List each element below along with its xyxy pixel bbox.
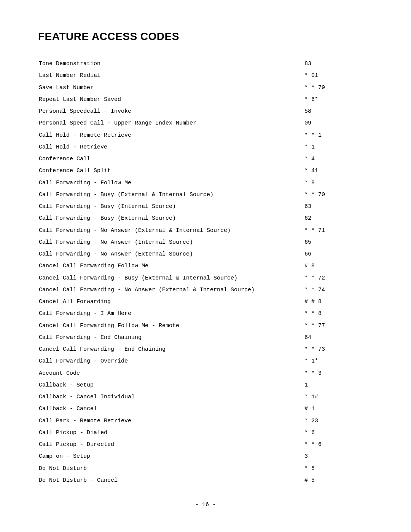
- feature-label: Cancel All Forwarding: [38, 296, 289, 308]
- page-title: FEATURE ACCESS CODES: [38, 30, 373, 43]
- feature-code: * * 74: [289, 284, 373, 296]
- table-row: Cancel Call Forwarding - No Answer (Exte…: [38, 284, 373, 296]
- feature-code: # 5: [289, 474, 373, 486]
- feature-code: # # 8: [289, 296, 373, 308]
- feature-label: Call Forwarding - Follow Me: [38, 177, 289, 189]
- table-row: Call Pickup - Directed* * 6: [38, 439, 373, 451]
- feature-code: * * 72: [289, 272, 373, 284]
- feature-label: Tone Demonstration: [38, 58, 289, 70]
- feature-label: Call Hold - Remote Retrieve: [38, 129, 289, 141]
- feature-label: Cancel Call Forwarding Follow Me - Remot…: [38, 320, 289, 332]
- feature-code: * * 77: [289, 320, 373, 332]
- feature-code: * 8: [289, 177, 373, 189]
- feature-label: Last Number Redial: [38, 70, 289, 81]
- feature-code: * 1*: [289, 355, 373, 367]
- feature-label: Cancel Call Forwarding Follow Me: [38, 260, 289, 272]
- table-row: Tone Demonstration83: [38, 58, 373, 70]
- table-row: Do Not Disturb* 5: [38, 463, 373, 474]
- feature-label: Account Code: [38, 367, 289, 379]
- table-row: Call Hold - Retrieve* 1: [38, 141, 373, 153]
- table-row: Cancel All Forwarding# # 8: [38, 296, 373, 308]
- table-row: Call Forwarding - No Answer (Internal So…: [38, 236, 373, 248]
- feature-code: * 4: [289, 153, 373, 165]
- feature-code: * * 70: [289, 189, 373, 201]
- table-row: Call Forwarding - Follow Me* 8: [38, 177, 373, 189]
- table-row: Call Hold - Remote Retrieve* * 1: [38, 129, 373, 141]
- table-row: Call Forwarding - Override* 1*: [38, 355, 373, 367]
- feature-code: * * 73: [289, 343, 373, 355]
- table-row: Callback - Setup1: [38, 379, 373, 391]
- table-row: Call Forwarding - End Chaining64: [38, 332, 373, 343]
- table-row: Call Forwarding - Busy (Internal Source)…: [38, 201, 373, 212]
- feature-label: Call Forwarding - Busy (External Source): [38, 212, 289, 224]
- table-row: Cancel Call Forwarding Follow Me# 8: [38, 260, 373, 272]
- feature-label: Conference Call Split: [38, 165, 289, 177]
- table-row: Call Forwarding - No Answer (External & …: [38, 225, 373, 236]
- table-row: Cancel Call Forwarding - End Chaining* *…: [38, 343, 373, 355]
- table-row: Callback - Cancel# 1: [38, 403, 373, 415]
- feature-code: * * 8: [289, 308, 373, 320]
- feature-code: * 23: [289, 415, 373, 427]
- feature-code: * 6: [289, 427, 373, 439]
- feature-label: Call Forwarding - Override: [38, 355, 289, 367]
- feature-code: 64: [289, 332, 373, 343]
- feature-code: * 6*: [289, 94, 373, 105]
- feature-code: 65: [289, 236, 373, 248]
- feature-label: Call Forwarding - End Chaining: [38, 332, 289, 343]
- feature-code: 3: [289, 451, 373, 462]
- feature-code: * 01: [289, 70, 373, 81]
- feature-label: Do Not Disturb: [38, 463, 289, 474]
- table-row: Personal Speed Call - Upper Range Index …: [38, 117, 373, 129]
- feature-code: * * 79: [289, 82, 373, 94]
- table-row: Call Forwarding - I Am Here* * 8: [38, 308, 373, 320]
- feature-label: Call Forwarding - Busy (Internal Source): [38, 201, 289, 212]
- feature-code: * 41: [289, 165, 373, 177]
- feature-label: Call Hold - Retrieve: [38, 141, 289, 153]
- feature-code: 62: [289, 212, 373, 224]
- feature-label: Call Forwarding - Busy (External & Inter…: [38, 189, 289, 201]
- feature-label: Cancel Call Forwarding - No Answer (Exte…: [38, 284, 289, 296]
- feature-label: Cancel Call Forwarding - Busy (External …: [38, 272, 289, 284]
- feature-code: * * 1: [289, 129, 373, 141]
- feature-code: 58: [289, 105, 373, 117]
- table-row: Cancel Call Forwarding Follow Me - Remot…: [38, 320, 373, 332]
- feature-code: 09: [289, 117, 373, 129]
- feature-code: # 8: [289, 260, 373, 272]
- feature-label: Callback - Setup: [38, 379, 289, 391]
- feature-label: Call Pickup - Dialed: [38, 427, 289, 439]
- feature-label: Personal Speed Call - Upper Range Index …: [38, 117, 289, 129]
- feature-code: * * 3: [289, 367, 373, 379]
- table-row: Account Code* * 3: [38, 367, 373, 379]
- table-row: Repeat Last Number Saved* 6*: [38, 94, 373, 105]
- feature-label: Call Forwarding - No Answer (External So…: [38, 248, 289, 260]
- feature-code: # 1: [289, 403, 373, 415]
- feature-label: Call Park - Remote Retrieve: [38, 415, 289, 427]
- feature-code: 63: [289, 201, 373, 212]
- feature-table: Tone Demonstration83Last Number Redial* …: [38, 58, 373, 486]
- table-row: Do Not Disturb - Cancel# 5: [38, 474, 373, 486]
- table-row: Conference Call* 4: [38, 153, 373, 165]
- feature-code: 1: [289, 379, 373, 391]
- feature-label: Cancel Call Forwarding - End Chaining: [38, 343, 289, 355]
- feature-code: * 1#: [289, 391, 373, 403]
- feature-code: * 1: [289, 141, 373, 153]
- table-row: Camp on - Setup3: [38, 451, 373, 462]
- table-row: Call Forwarding - No Answer (External So…: [38, 248, 373, 260]
- feature-label: Call Forwarding - No Answer (Internal So…: [38, 236, 289, 248]
- feature-label: Save Last Number: [38, 82, 289, 94]
- feature-label: Conference Call: [38, 153, 289, 165]
- feature-label: Camp on - Setup: [38, 451, 289, 462]
- feature-code: * * 71: [289, 225, 373, 236]
- feature-code: 83: [289, 58, 373, 70]
- feature-label: Personal Speedcall - Invoke: [38, 105, 289, 117]
- table-row: Cancel Call Forwarding - Busy (External …: [38, 272, 373, 284]
- feature-label: Callback - Cancel: [38, 403, 289, 415]
- table-row: Call Park - Remote Retrieve* 23: [38, 415, 373, 427]
- feature-label: Do Not Disturb - Cancel: [38, 474, 289, 486]
- table-row: Personal Speedcall - Invoke58: [38, 105, 373, 117]
- table-row: Call Pickup - Dialed* 6: [38, 427, 373, 439]
- table-row: Conference Call Split* 41: [38, 165, 373, 177]
- table-row: Last Number Redial* 01: [38, 70, 373, 81]
- feature-label: Call Forwarding - I Am Here: [38, 308, 289, 320]
- page-number: - 16 -: [38, 502, 373, 508]
